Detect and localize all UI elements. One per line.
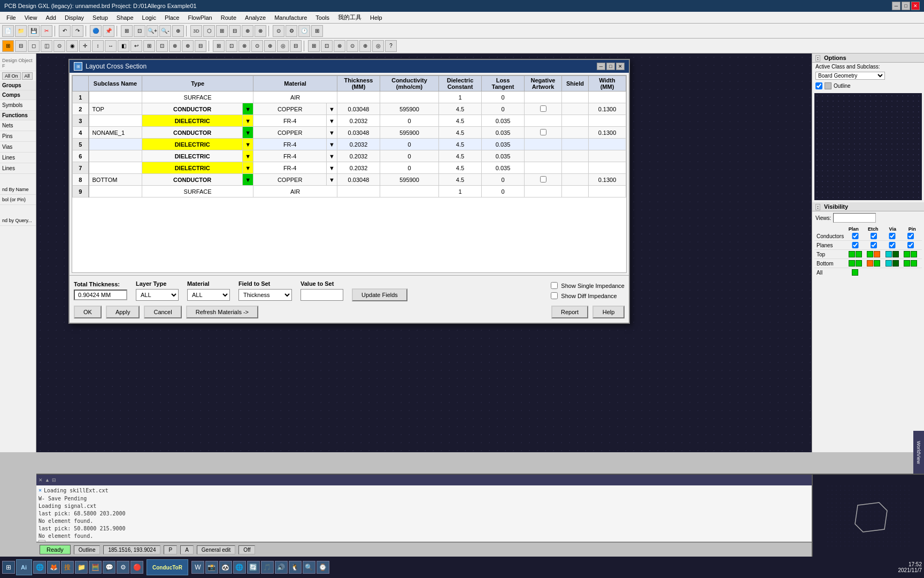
cond-via-cb[interactable]: [883, 233, 902, 239]
left-groups[interactable]: Groups: [0, 81, 36, 90]
refresh-button[interactable]: Refresh Materials ->: [186, 306, 258, 318]
tb2-btn19[interactable]: ⊗: [238, 40, 250, 52]
taskbar-icon-3[interactable]: 搜: [61, 561, 74, 574]
taskbar-icon-13[interactable]: 🔄: [247, 561, 260, 574]
tb2-btn26[interactable]: ⊗: [334, 40, 345, 52]
menu-route[interactable]: Route: [217, 13, 241, 22]
tb2-btn30[interactable]: ?: [385, 40, 397, 52]
value-to-set-input[interactable]: [301, 289, 343, 301]
menu-add[interactable]: Add: [41, 13, 60, 22]
cond-plan-cb[interactable]: [846, 233, 865, 239]
tb2-btn22[interactable]: ◎: [277, 40, 289, 52]
tb-btn4[interactable]: 📌: [103, 25, 114, 37]
tb2-btn21[interactable]: ⊕: [264, 40, 276, 52]
tb2-btn13[interactable]: ⊡: [156, 40, 168, 52]
row-2-negative-cb[interactable]: [540, 105, 546, 112]
tb2-btn12[interactable]: ⊞: [143, 40, 155, 52]
taskbar-icon-5[interactable]: 🧮: [89, 561, 102, 574]
row-7-material-arrow[interactable]: ▼: [327, 162, 337, 174]
tb2-btn16[interactable]: ⊟: [195, 40, 206, 52]
row-3-material-arrow[interactable]: ▼: [327, 115, 337, 127]
tb-zoom-fit[interactable]: ⊕: [172, 25, 184, 37]
menu-logic[interactable]: Logic: [138, 13, 160, 22]
menu-manufacture[interactable]: Manufacture: [270, 13, 311, 22]
row-6-type-arrow[interactable]: ▼: [243, 150, 253, 162]
taskbar-pcb[interactable]: Ai: [16, 559, 32, 575]
left-lines2[interactable]: Lines: [0, 163, 36, 174]
table-row[interactable]: 1 SURFACE AIR 1 0: [73, 92, 626, 103]
tb2-btn28[interactable]: ⊕: [359, 40, 371, 52]
row-8-negative-cb[interactable]: [540, 176, 546, 182]
tb2-btn6[interactable]: ◉: [66, 40, 78, 52]
tb-btn6[interactable]: ⊡: [134, 25, 145, 37]
taskbar-icon-16[interactable]: 🐧: [289, 561, 302, 574]
left-nets[interactable]: Nets: [0, 120, 36, 131]
start-button[interactable]: ⊞: [2, 561, 15, 574]
menu-view[interactable]: View: [20, 13, 42, 22]
minimize-btn[interactable]: ─: [892, 2, 900, 10]
row-5-material-arrow[interactable]: ▼: [327, 139, 337, 150]
row-4-type-arrow[interactable]: ▼: [243, 127, 253, 139]
cond-etch-cb[interactable]: [865, 233, 883, 239]
menu-place[interactable]: Place: [160, 13, 184, 22]
field-to-set-select[interactable]: Thickness Conductivity Dielectric Consta…: [238, 289, 292, 301]
tb-open[interactable]: 📁: [15, 25, 27, 37]
left-symbol-pin[interactable]: bol (or Pin): [0, 195, 36, 205]
left-functions[interactable]: Functions: [0, 111, 36, 120]
tb2-btn17[interactable]: ⊞: [213, 40, 225, 52]
row-8-type-arrow[interactable]: ▼: [243, 174, 253, 186]
cancel-button[interactable]: Cancel: [144, 306, 181, 318]
menu-analyze[interactable]: Analyze: [241, 13, 270, 22]
layer-type-select[interactable]: ALL CONDUCTOR DIELECTRIC SURFACE: [136, 289, 179, 301]
tb-redo[interactable]: ↷: [72, 25, 83, 37]
tb2-btn14[interactable]: ⊗: [169, 40, 181, 52]
views-input[interactable]: [833, 213, 876, 223]
row-4-material-arrow[interactable]: ▼: [327, 127, 337, 139]
table-row[interactable]: 7 DIELECTRIC ▼ FR-4 ▼ 0.2032 0 4.5 0.035: [73, 162, 626, 174]
material-select[interactable]: ALL COPPER FR-4: [187, 289, 230, 301]
log-clear-btn[interactable]: ⊟: [52, 477, 56, 483]
tb2-btn5[interactable]: ⊙: [53, 40, 65, 52]
left-symbols[interactable]: Symbols: [0, 100, 36, 111]
left-pins[interactable]: Pins: [0, 131, 36, 142]
left-by-name[interactable]: nd By Name: [0, 185, 36, 195]
tb2-btn25[interactable]: ⊡: [321, 40, 333, 52]
taskbar-icon-9[interactable]: W: [191, 561, 204, 574]
tb-btn13[interactable]: ⊙: [273, 25, 284, 37]
tb2-btn4[interactable]: ◫: [41, 40, 52, 52]
tb2-btn1[interactable]: ⊞: [2, 40, 14, 52]
outline-checkbox[interactable]: [815, 82, 822, 89]
tb-btn12[interactable]: ⊗: [255, 25, 266, 37]
left-by-query[interactable]: nd by Query...: [0, 216, 36, 226]
tb2-btn27[interactable]: ⊙: [346, 40, 358, 52]
update-fields-btn[interactable]: Update Fields: [352, 288, 407, 301]
tb-btn14[interactable]: ⚙: [286, 25, 297, 37]
menu-help[interactable]: Help: [366, 13, 387, 22]
taskbar-icon-11[interactable]: 🐼: [219, 561, 232, 574]
tb2-btn11[interactable]: ↩: [130, 40, 142, 52]
table-row[interactable]: 8 BOTTOM CONDUCTOR ▼ COPPER ▼ 0.03048 59…: [73, 174, 626, 186]
help-button[interactable]: Help: [592, 306, 625, 318]
taskbar-icon-10[interactable]: 📸: [205, 561, 218, 574]
table-row[interactable]: 3 DIELECTRIC ▼ FR-4 ▼ 0.2032 0 4.5 0.035: [73, 115, 626, 127]
taskbar-icon-15[interactable]: 🔊: [275, 561, 288, 574]
row-2-material-arrow[interactable]: ▼: [327, 103, 337, 115]
table-row[interactable]: 4 NONAME_1 CONDUCTOR ▼ COPPER ▼ 0.03048 …: [73, 127, 626, 139]
log-close-btn[interactable]: ✕: [38, 477, 43, 483]
taskbar-icon-1[interactable]: 🌐: [33, 561, 46, 574]
maximize-btn[interactable]: □: [902, 2, 910, 10]
tb-btn8[interactable]: ⬡: [203, 25, 215, 37]
menu-file[interactable]: File: [2, 13, 20, 22]
menu-shape[interactable]: Shape: [112, 13, 138, 22]
show-single-impedance-cb[interactable]: [551, 282, 558, 289]
tb-zoom-in[interactable]: 🔍+: [147, 25, 158, 37]
menu-flowplan[interactable]: FlowPlan: [183, 13, 216, 22]
taskbar-icon-4[interactable]: 📁: [75, 561, 88, 574]
row-5-type-arrow[interactable]: ▼: [243, 139, 253, 150]
row-7-type-arrow[interactable]: ▼: [243, 162, 253, 174]
taskbar-icon-6[interactable]: 💬: [103, 561, 116, 574]
taskbar-icon-14[interactable]: 🎵: [261, 561, 274, 574]
dialog-minimize-btn[interactable]: ─: [597, 63, 605, 70]
tb2-btn8[interactable]: ↕: [92, 40, 104, 52]
tb-btn5[interactable]: ⊞: [121, 25, 133, 37]
